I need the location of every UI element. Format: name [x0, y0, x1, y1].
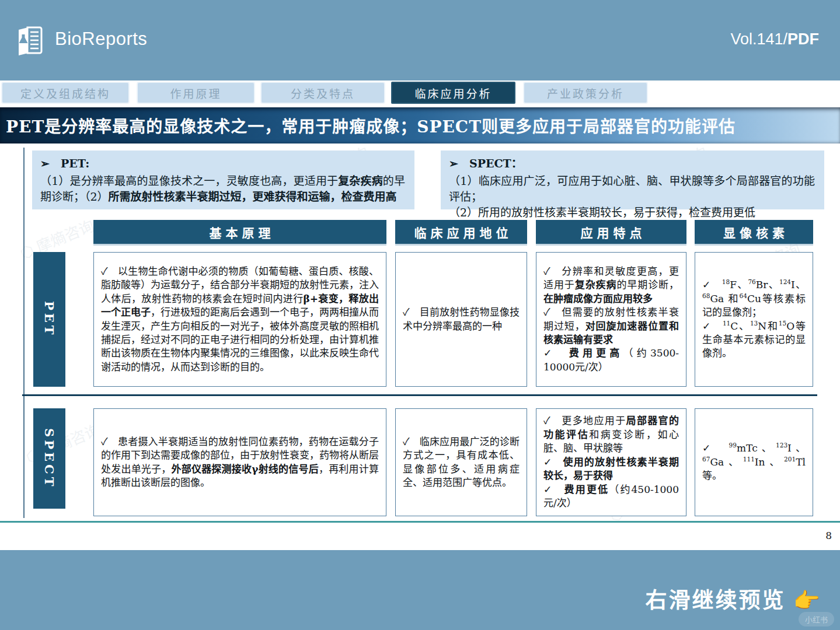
app-header: BioReports Vol.141/PDF	[0, 0, 840, 80]
pointing-right-icon: 👉	[793, 589, 820, 612]
tab-industry-policy[interactable]: 产业政策分析	[523, 82, 648, 104]
slide-title: PET是分辨率最高的显像技术之一，常用于肿瘤成像；SPECT则更多应用于局部器官…	[6, 114, 736, 137]
volume-format: PDF	[787, 30, 819, 48]
brand-name: BioReports	[55, 29, 147, 50]
column-header-principle: 基本原理	[93, 220, 386, 244]
row-label-pet: PET	[33, 252, 65, 387]
cell-spect-nuclides: ✓ 99mTc、123I、67Ga、111In、201Tl等。	[695, 408, 813, 516]
pet-summary-box: ➢ PET:（1）是分辨率最高的显像技术之一，灵敏度也高，更适用于复杂疾病的早期…	[32, 150, 414, 209]
tab-definition-structure[interactable]: 定义及组成结构	[1, 82, 130, 104]
left-rule	[23, 148, 25, 518]
cell-pet-principle: ✓ 以生物生命代谢中必须的物质（如葡萄糖、蛋白质、核酸、脂肪酸等）为运载分子，结…	[93, 252, 386, 387]
page-number-strip: 8	[0, 523, 840, 550]
column-header-nuclides: 显像核素	[695, 220, 813, 244]
tab-classification[interactable]: 分类及特点	[260, 82, 385, 104]
swipe-hint-text: 右滑继续预览	[646, 589, 786, 612]
row-divider	[22, 394, 817, 396]
cell-spect-features: ✓ 更多地应用于局部器官的功能评估和病变诊断，如心脏、脑、甲状腺等✓ 使用的放射…	[536, 408, 686, 516]
footer-bar: 右滑继续预览 👉 小红书	[0, 550, 840, 630]
cell-spect-principle: ✓ 患者摄入半衰期适当的放射性同位素药物，药物在运载分子的作用下到达需要成像的部…	[93, 408, 386, 516]
tab-clinical-application[interactable]: 临床应用分析	[391, 82, 515, 104]
column-header-features: 应用特点	[536, 220, 686, 244]
column-header-clinical-status: 临床应用地位	[395, 220, 527, 244]
corner-watermark-badge: 小红书	[799, 612, 834, 626]
row-label-spect: SPECT	[33, 408, 65, 509]
swipe-hint[interactable]: 右滑继续预览 👉	[646, 583, 820, 614]
cell-spect-clinical-status: ✓ 临床应用最广泛的诊断方式之一，具有成本低、显像部位多、适用病症全、适用范围广…	[395, 408, 527, 516]
slide-title-bar: PET是分辨率最高的显像技术之一，常用于肿瘤成像；SPECT则更多应用于局部器官…	[0, 107, 840, 144]
volume-label: Vol.141/PDF	[730, 30, 819, 48]
cell-pet-features: ✓ 分辨率和灵敏度更高，更适用于复杂疾病的早期诊断，在肿瘤成像方面应用较多✓ 但…	[536, 252, 686, 387]
tab-mechanism[interactable]: 作用原理	[137, 82, 255, 104]
cell-pet-clinical-status: ✓ 目前放射性药物显像技术中分辨率最高的一种	[395, 252, 527, 387]
volume-number: Vol.141/	[730, 30, 787, 48]
cell-pet-nuclides: ✓ 18F、76Br、124I、68Ga 和64Cu等核素标记的显像剂；✓ 11…	[695, 252, 813, 387]
bioreports-logo-icon	[15, 24, 46, 56]
tab-bar: 定义及组成结构 作用原理 分类及特点 临床应用分析 产业政策分析	[0, 80, 840, 107]
page-number: 8	[825, 530, 832, 541]
report-page: BioReports Vol.141/PDF 定义及组成结构 作用原理 分类及特…	[0, 0, 840, 630]
spect-summary-box: ➢ SPECT：（1）临床应用广泛，可应用于如心脏、脑、甲状腺等多个局部器官的功…	[441, 150, 824, 209]
